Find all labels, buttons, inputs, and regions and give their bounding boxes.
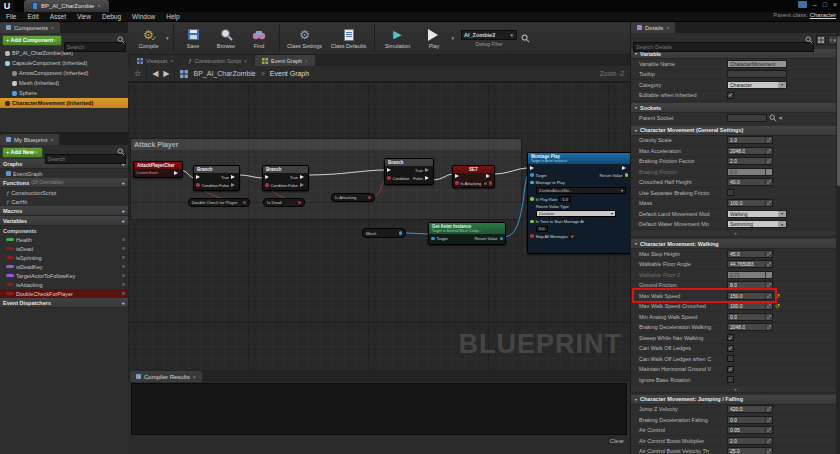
bool-pin[interactable] (387, 176, 391, 180)
dropdown[interactable]: Walking ▾ (727, 210, 787, 218)
variable-visibility-toggle[interactable] (121, 282, 126, 287)
variable-row[interactable]: TargetActorToFollowKey (0, 271, 128, 280)
menu-item[interactable]: Help (166, 13, 179, 20)
node-branch-3[interactable]: Branch True Condition False (384, 158, 434, 185)
variable-row[interactable]: isDeadKey (0, 262, 128, 271)
details-section-header[interactable]: ▾ Sockets (631, 103, 840, 113)
bool-pin[interactable] (265, 183, 269, 187)
expand-advanced-button[interactable]: ▾ (631, 386, 840, 393)
exec-pin[interactable] (455, 174, 461, 178)
bool-pin[interactable] (243, 201, 247, 205)
start-time-input[interactable]: 0.0 (536, 226, 548, 232)
expand-advanced-button[interactable]: ▾ (631, 230, 840, 237)
checkbox[interactable]: ✓ (727, 345, 734, 352)
number-input[interactable]: 0.71 (727, 271, 773, 279)
details-scrollbar[interactable] (836, 33, 840, 454)
number-input[interactable]: 2048.0 (727, 323, 773, 331)
play-button[interactable]: Play (418, 23, 451, 53)
variable-row[interactable]: isDead (0, 244, 128, 253)
text-input[interactable]: CharacterMovement (727, 60, 787, 68)
clear-button[interactable]: Clear (610, 438, 624, 444)
variable-row[interactable]: isSprinting (0, 253, 128, 262)
bool-pin[interactable] (368, 196, 372, 200)
variable-visibility-toggle[interactable] (121, 237, 126, 242)
exec-pin[interactable] (174, 171, 180, 175)
exec-pin[interactable] (231, 183, 237, 187)
number-input[interactable]: 44.765083 (727, 260, 773, 268)
caret-down-icon[interactable]: ▾ (166, 35, 169, 41)
maximize-button[interactable]: □ (823, 1, 827, 8)
details-tab[interactable]: Details × (631, 22, 675, 33)
number-input[interactable]: 0.0 (727, 416, 773, 424)
list-item[interactable]: ƒ CarHit (0, 197, 128, 206)
compile-button[interactable]: ⚙✓ Compile (132, 23, 165, 53)
exec-pin[interactable] (300, 175, 306, 179)
node-get-anim-instance[interactable]: Get Anim Instance Target is Skeletal Mes… (428, 222, 506, 245)
tab-construction-script[interactable]: ƒ Construction Script× (181, 55, 254, 66)
close-icon[interactable]: × (97, 3, 101, 9)
number-input[interactable]: 0.0 (727, 313, 773, 321)
node-branch-2[interactable]: Branch True Condition False (262, 165, 309, 191)
object-pin[interactable] (530, 181, 534, 185)
find-button[interactable]: Find (243, 23, 276, 53)
add-component-button[interactable]: + Add Component▾ (2, 35, 62, 46)
exec-pin[interactable] (425, 168, 431, 172)
variable-visibility-toggle[interactable] (121, 255, 126, 260)
bool-pin[interactable] (196, 183, 200, 187)
number-input[interactable]: 420.0 (727, 405, 773, 413)
subsection-header[interactable]: Components (0, 226, 128, 235)
number-input[interactable]: 2.0 (727, 437, 773, 445)
stop-all-montages-checkbox[interactable]: ✓ (570, 234, 575, 239)
float-pin[interactable] (530, 197, 534, 201)
node-custom-event[interactable]: AttackPlayerChar Custom Event (133, 161, 183, 178)
node-get-double-check-for-player[interactable]: Double Check for Player (188, 198, 250, 207)
bool-pin[interactable] (298, 201, 302, 205)
variable-visibility-toggle[interactable] (121, 291, 126, 296)
variable-row[interactable]: isAttacking (0, 280, 128, 289)
add-icon[interactable]: + (121, 180, 125, 186)
number-input[interactable]: 1.0 (727, 136, 773, 144)
browse-button[interactable]: Browse (210, 23, 243, 53)
component-tree-item[interactable]: CapsuleComponent (Inherited) (0, 58, 128, 68)
caret-down-icon[interactable]: ▾ (452, 35, 455, 41)
breadcrumb-current[interactable]: Event Graph (270, 70, 309, 77)
search-icon[interactable] (521, 34, 530, 43)
menu-item[interactable]: Edit (27, 13, 38, 20)
simulation-button[interactable]: ▶ Simulation (378, 23, 418, 53)
exec-pin[interactable] (265, 175, 271, 179)
checkbox[interactable] (727, 355, 734, 362)
close-icon[interactable]: × (51, 25, 54, 31)
components-panel-tab[interactable]: Components × (0, 22, 60, 33)
number-input[interactable]: 25.0 (727, 447, 773, 454)
menu-item[interactable]: View (77, 13, 91, 20)
return-value-type-dropdown[interactable]: Duration▾ (536, 210, 616, 217)
search-icon[interactable] (769, 114, 777, 122)
number-input[interactable]: 0.05 (727, 426, 773, 434)
number-input[interactable]: 40.0 (727, 178, 773, 186)
checkbox[interactable] (727, 189, 734, 196)
parent-class-link[interactable]: Character (810, 12, 836, 18)
component-tree-item[interactable]: Sphere (0, 88, 128, 98)
dropdown[interactable]: Character ▾ (727, 81, 787, 89)
class-defaults-button[interactable]: Class Defaults (327, 23, 371, 53)
node-branch-1[interactable]: Branch True Condition False (193, 165, 240, 191)
socket-input[interactable] (727, 114, 767, 122)
section-header[interactable]: Functions (28 Overridable) + (0, 178, 128, 188)
dropdown[interactable]: Swimming ▾ (727, 220, 787, 228)
node-get-is-dead[interactable]: Is Dead (263, 198, 305, 207)
float-pin[interactable] (530, 220, 534, 224)
details-search-input[interactable] (633, 42, 814, 52)
play-rate-input[interactable]: 1.0 (559, 196, 571, 202)
compiler-results-tab[interactable]: Compiler Results × (130, 371, 202, 382)
debug-object-dropdown[interactable]: AI_Zombie2 ▾ (461, 30, 517, 40)
number-input[interactable]: 2048.0 (727, 147, 773, 155)
my-blueprint-search-input[interactable] (45, 154, 126, 164)
number-input[interactable]: 150.0 (727, 292, 773, 300)
variable-row[interactable]: Health (0, 235, 128, 244)
exec-pin[interactable] (196, 175, 202, 179)
exec-pin[interactable] (622, 166, 628, 170)
minimize-button[interactable]: – (813, 1, 817, 8)
add-icon[interactable]: + (121, 208, 125, 214)
nav-forward-icon[interactable]: ▶ (163, 69, 169, 78)
tab-event-graph[interactable]: Event Graph× (255, 55, 315, 66)
